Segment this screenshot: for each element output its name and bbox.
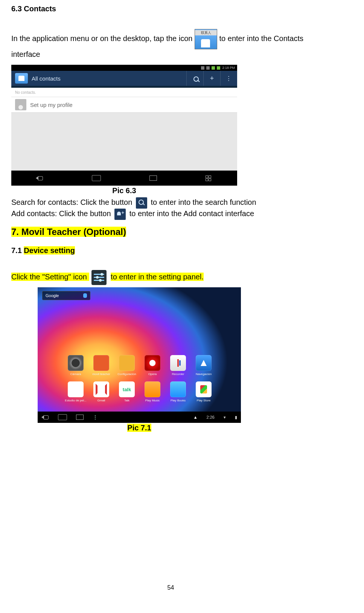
app-camera[interactable]: Cámara bbox=[68, 355, 84, 371]
app-settings[interactable]: Configuración bbox=[119, 355, 135, 371]
app-label: Cámara bbox=[64, 372, 87, 376]
add-contact-icon bbox=[114, 209, 126, 220]
add-instruction: Add contacts: Click the button to enter … bbox=[11, 209, 330, 220]
system-nav-bar bbox=[11, 171, 237, 186]
search-instruction: Search for contacts: Click the button to… bbox=[11, 197, 330, 209]
nav-back-icon[interactable] bbox=[36, 175, 43, 181]
setup-profile-label: Set up my profile bbox=[30, 102, 73, 108]
sysbar-time: 2:26 bbox=[207, 415, 215, 419]
settings-icon bbox=[91, 270, 107, 285]
app-play-store[interactable]: Play Store bbox=[196, 381, 212, 397]
heading-7: 7. Movil Teacher (Optional) bbox=[11, 227, 330, 237]
app-label: Gmail bbox=[90, 399, 113, 402]
setup-profile-row[interactable]: Set up my profile bbox=[11, 97, 237, 113]
app-play-music[interactable]: Play Music bbox=[145, 381, 160, 397]
caption-7-1: Pic 7.1 bbox=[127, 424, 151, 432]
setting-instruction: Click the "Setting" icon to enter in the… bbox=[11, 270, 330, 285]
app-label: Talk bbox=[115, 399, 139, 402]
app-movil-teacher[interactable]: movil teacher bbox=[93, 355, 109, 371]
heading-7-1-text: Device setting bbox=[24, 246, 75, 255]
app-play-books[interactable]: Play Books bbox=[170, 381, 186, 397]
overflow-icon: ⋮ bbox=[226, 75, 232, 82]
no-contacts-label: No contacts. bbox=[11, 88, 237, 97]
search-pre: Search for contacts: Click the button bbox=[11, 198, 134, 206]
actionbar-title: All contacts bbox=[32, 75, 186, 82]
intro-pre: In the application menu or on the deskto… bbox=[11, 34, 195, 43]
battery-icon: ▮ bbox=[235, 415, 237, 420]
page-number: 54 bbox=[11, 584, 330, 591]
intro-paragraph: In the application menu or on the deskto… bbox=[11, 29, 330, 59]
heading-7-1-prefix: 7.1 bbox=[11, 246, 24, 255]
heading-7-1: 7.1 Device setting bbox=[11, 246, 330, 255]
mic-icon bbox=[83, 293, 87, 298]
app-opera[interactable]: Opera bbox=[145, 355, 160, 371]
add-pre: Add contacts: Click the button bbox=[11, 209, 111, 218]
overflow-button[interactable]: ⋮ bbox=[220, 71, 237, 86]
add-contact-button[interactable]: + bbox=[203, 71, 220, 86]
app-row-2: Estudio de pel... Gmail talkTalk Play Mu… bbox=[68, 381, 212, 397]
app-label: Play Store bbox=[192, 399, 215, 402]
app-label: Recorder bbox=[166, 372, 190, 376]
nav-menu-icon[interactable]: ⋮ bbox=[93, 414, 98, 420]
nav-notification-icon: ▲ bbox=[193, 415, 198, 419]
status-icon bbox=[206, 66, 210, 70]
screenshot-homescreen: Google Cámara movil teacher Configuració… bbox=[38, 287, 241, 423]
status-bar: 2:18 PM bbox=[11, 65, 237, 71]
action-bar: All contacts + ⋮ bbox=[11, 71, 237, 86]
signal-icon bbox=[212, 66, 215, 70]
search-icon bbox=[191, 74, 199, 82]
app-label: movil teacher bbox=[90, 372, 113, 376]
add-post: to enter into the Add contact interface bbox=[129, 209, 254, 218]
app-label: Navegación bbox=[192, 372, 215, 376]
google-label: Google bbox=[46, 293, 59, 298]
search-button[interactable] bbox=[186, 71, 203, 86]
app-label: Configuración bbox=[115, 372, 139, 376]
search-icon bbox=[136, 197, 147, 209]
nav-recent-icon[interactable] bbox=[149, 175, 157, 181]
status-icon bbox=[201, 66, 204, 70]
app-label: Estudio de pel... bbox=[64, 399, 87, 402]
app-label: Play Music bbox=[141, 399, 164, 402]
setting-pre: Click the "Setting" icon bbox=[11, 273, 89, 281]
add-contact-icon: + bbox=[210, 75, 214, 82]
screenshot-contacts: 2:18 PM All contacts + ⋮ No contacts. Se… bbox=[11, 65, 237, 186]
app-movie-studio[interactable]: Estudio de pel... bbox=[68, 381, 84, 397]
nav-home-icon[interactable] bbox=[92, 175, 101, 181]
nav-home-icon[interactable] bbox=[58, 414, 67, 420]
heading-7-text: 7. Movil Teacher (Optional) bbox=[11, 227, 126, 237]
google-search-widget[interactable]: Google bbox=[42, 291, 90, 300]
nav-recent-icon[interactable] bbox=[76, 415, 84, 420]
app-recorder[interactable]: Recorder bbox=[170, 355, 186, 371]
app-label: Opera bbox=[141, 372, 164, 376]
battery-icon bbox=[217, 66, 220, 70]
heading-6-3: 6.3 Contacts bbox=[11, 4, 330, 14]
status-time: 2:18 PM bbox=[222, 66, 235, 70]
setting-post: to enter in the setting panel. bbox=[111, 273, 204, 281]
app-row-1: Cámara movil teacher Configuración Opera… bbox=[68, 355, 212, 371]
caption-6-3: Pic 6.3 bbox=[11, 186, 237, 195]
nav-screenshot-icon[interactable] bbox=[206, 175, 213, 181]
app-talk[interactable]: talkTalk bbox=[119, 381, 135, 397]
app-gmail[interactable]: Gmail bbox=[93, 381, 109, 397]
system-bar: ⋮ ▲ 2:26 ▾ ▮ bbox=[38, 412, 241, 423]
actionbar-app-icon bbox=[15, 73, 28, 84]
nav-back-icon[interactable] bbox=[41, 415, 49, 420]
contacts-app-icon bbox=[195, 29, 217, 49]
app-navigation[interactable]: Navegación bbox=[196, 355, 212, 371]
avatar-placeholder-icon bbox=[15, 99, 26, 110]
contacts-content: No contacts. Set up my profile bbox=[11, 88, 237, 171]
app-label: Play Books bbox=[166, 399, 190, 402]
search-post: to enter into the search function bbox=[151, 198, 256, 206]
wifi-icon: ▾ bbox=[224, 415, 226, 420]
